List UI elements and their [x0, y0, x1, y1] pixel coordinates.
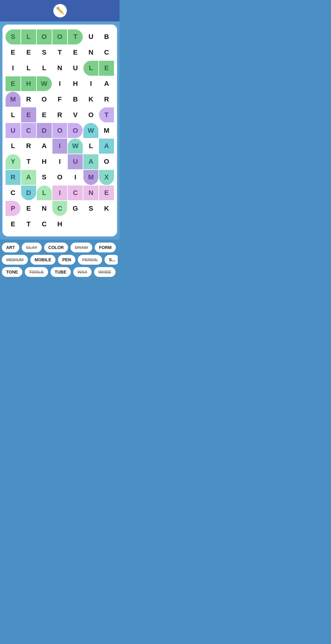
cell-r3-c7[interactable]: F	[52, 92, 67, 107]
cell-r5-c0[interactable]: O	[83, 107, 98, 122]
cell-r6-c4[interactable]: I	[52, 139, 67, 154]
cell-r8-c3[interactable]: I	[68, 170, 83, 185]
cell-r10-c5[interactable]: T	[21, 217, 36, 232]
word-chip-form[interactable]: FORM	[95, 243, 116, 252]
cell-r7-c7[interactable]: R	[6, 170, 21, 185]
cell-r3-c3[interactable]: A	[99, 76, 114, 91]
cell-r8-c1[interactable]: S	[37, 170, 52, 185]
cell-r1-c3[interactable]: E	[68, 45, 83, 60]
cell-r9-c2[interactable]: C	[68, 186, 83, 201]
word-chip-tube[interactable]: TUBE	[51, 267, 71, 277]
cell-r4-c2[interactable]: R	[99, 92, 114, 107]
cell-r0-c2[interactable]: O	[37, 29, 52, 44]
cell-r4-c7[interactable]: V	[68, 107, 83, 122]
cell-r7-c0[interactable]: Y	[6, 154, 21, 169]
cell-r6-c2[interactable]: R	[21, 139, 36, 154]
word-chip-color[interactable]: COLOR	[44, 243, 68, 252]
cell-r10-c0[interactable]: C	[52, 201, 67, 216]
cell-r9-c0[interactable]: L	[37, 186, 52, 201]
cell-r6-c5[interactable]: W	[68, 139, 83, 154]
cell-r1-c4[interactable]: N	[83, 45, 98, 60]
cell-r1-c5[interactable]: C	[99, 45, 114, 60]
word-chip-tone[interactable]: TONE	[2, 267, 22, 277]
cell-r2-c3[interactable]: L	[83, 61, 98, 76]
cell-r7-c6[interactable]: O	[99, 154, 114, 169]
cell-r10-c1[interactable]: G	[68, 201, 83, 216]
cell-r7-c5[interactable]: A	[83, 154, 98, 169]
cell-r1-c7[interactable]: L	[21, 61, 36, 76]
word-chip-clay[interactable]: CLAY	[22, 243, 42, 252]
cell-r10-c7[interactable]: H	[52, 217, 67, 232]
cell-r1-c0[interactable]: E	[21, 45, 36, 60]
word-chip-s...[interactable]: S...	[105, 255, 118, 265]
word-chip-tools[interactable]: TOOLS	[25, 267, 48, 277]
cell-r0-c6[interactable]: B	[99, 29, 114, 44]
cell-r0-c3[interactable]: O	[52, 29, 67, 44]
cell-r6-c7[interactable]: A	[99, 139, 114, 154]
word-chip-art[interactable]: ART	[2, 243, 19, 252]
cell-r9-c1[interactable]: I	[52, 186, 67, 201]
cell-r2-c0[interactable]: L	[37, 61, 52, 76]
cell-r4-c3[interactable]: L	[6, 107, 21, 122]
cell-r7-c4[interactable]: U	[68, 154, 83, 169]
cell-r6-c1[interactable]: L	[6, 139, 21, 154]
cell-r8-c7[interactable]: D	[21, 186, 36, 201]
cell-r10-c4[interactable]: E	[6, 217, 21, 232]
cell-r9-c5[interactable]: P	[6, 201, 21, 216]
cell-r2-c1[interactable]: N	[52, 61, 67, 76]
cell-r2-c5[interactable]: E	[6, 76, 21, 91]
cell-r0-c4[interactable]: T	[68, 29, 83, 44]
cell-r4-c6[interactable]: R	[52, 107, 67, 122]
cell-r4-c5[interactable]: E	[37, 107, 52, 122]
cell-r5-c4[interactable]: D	[37, 123, 52, 138]
cell-r3-c6[interactable]: O	[37, 92, 52, 107]
cell-r2-c4[interactable]: E	[99, 61, 114, 76]
cell-r2-c2[interactable]: U	[68, 61, 83, 76]
cell-r0-c0[interactable]: S	[6, 29, 21, 44]
cell-r0-c1[interactable]: L	[21, 29, 36, 44]
cell-r4-c1[interactable]: K	[83, 92, 98, 107]
cell-r6-c3[interactable]: A	[37, 139, 52, 154]
cell-r7-c2[interactable]: H	[37, 154, 52, 169]
cell-r8-c5[interactable]: X	[99, 170, 114, 185]
cell-r5-c6[interactable]: O	[68, 123, 83, 138]
cell-r8-c2[interactable]: O	[52, 170, 67, 185]
cell-r4-c0[interactable]: B	[68, 92, 83, 107]
cell-r10-c3[interactable]: K	[99, 201, 114, 216]
word-chip-pencil[interactable]: PENCIL	[78, 255, 102, 265]
word-chip-draw[interactable]: DRAW	[70, 243, 92, 252]
cell-r9-c6[interactable]: E	[21, 201, 36, 216]
cell-r8-c6[interactable]: C	[6, 186, 21, 201]
cell-r9-c7[interactable]: N	[37, 201, 52, 216]
cell-r1-c1[interactable]: S	[37, 45, 52, 60]
cell-r1-c2[interactable]: T	[52, 45, 67, 60]
cell-r3-c5[interactable]: R	[21, 92, 36, 107]
cell-r6-c0[interactable]: M	[99, 123, 114, 138]
cell-r3-c0[interactable]: I	[52, 76, 67, 91]
cell-r5-c7[interactable]: W	[83, 123, 98, 138]
cell-r9-c3[interactable]: N	[83, 186, 98, 201]
word-chip-wax[interactable]: WAX	[73, 267, 92, 277]
cell-r5-c1[interactable]: T	[99, 107, 114, 122]
cell-r7-c1[interactable]: T	[21, 154, 36, 169]
word-chip-whee[interactable]: WHEE	[94, 267, 116, 277]
cell-r5-c3[interactable]: C	[21, 123, 36, 138]
cell-r0-c7[interactable]: E	[6, 45, 21, 60]
word-chip-mobile[interactable]: MOBILE	[30, 255, 55, 265]
cell-r8-c4[interactable]: M	[83, 170, 98, 185]
cell-r8-c0[interactable]: A	[21, 170, 36, 185]
word-chip-pen[interactable]: PEN	[58, 255, 75, 265]
cell-r6-c6[interactable]: L	[83, 139, 98, 154]
word-chip-medium[interactable]: MEDIUM	[2, 255, 28, 265]
cell-r2-c6[interactable]: H	[21, 76, 36, 91]
cell-r3-c1[interactable]: H	[68, 76, 83, 91]
cell-r9-c4[interactable]: E	[99, 186, 114, 201]
cell-r0-c5[interactable]: U	[83, 29, 98, 44]
cell-r7-c3[interactable]: I	[52, 154, 67, 169]
cell-r1-c6[interactable]: I	[6, 61, 21, 76]
cell-r2-c7[interactable]: W	[37, 76, 52, 91]
cell-r10-c2[interactable]: S	[83, 201, 98, 216]
cell-r4-c4[interactable]: E	[21, 107, 36, 122]
cell-r5-c2[interactable]: U	[6, 123, 21, 138]
cell-r3-c2[interactable]: I	[83, 76, 98, 91]
